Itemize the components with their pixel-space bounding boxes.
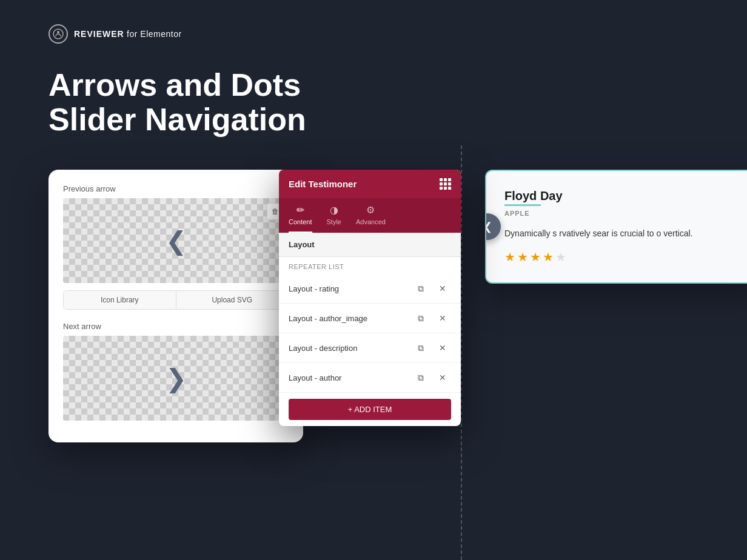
layout-rating-label: Layout - rating — [289, 284, 407, 293]
grid-icon[interactable] — [440, 178, 451, 190]
content-area: Previous arrow ❮ 🗑 Icon Library Upload S… — [49, 170, 747, 560]
next-checker-box: ❯ — [63, 336, 289, 421]
layout-section-header: Layout — [279, 233, 461, 257]
layout-author-label: Layout - author — [289, 373, 407, 382]
edit-panel: Edit Testimoner ✏ Content ◑ Style ⚙ Adva… — [279, 170, 461, 426]
layout-author-delete-button[interactable]: ✕ — [434, 369, 451, 386]
preview-card: ❮ Floyd Day APPLE Dynamically s rvativel… — [485, 170, 747, 284]
logo-icon — [49, 24, 68, 44]
layout-description-delete-button[interactable]: ✕ — [434, 339, 451, 356]
layout-author-image-copy-button[interactable]: ⧉ — [412, 310, 429, 327]
content-tab-icon: ✏ — [296, 204, 304, 216]
edit-body: Layout Repeater List Layout - rating ⧉ ✕… — [279, 233, 461, 420]
content-tab-label: Content — [289, 218, 312, 225]
logo-text: REVIEWER for Elementor — [74, 29, 182, 39]
layout-description-label: Layout - description — [289, 344, 407, 353]
next-arrow-label: Next arrow — [63, 322, 289, 331]
advanced-tab-label: Advanced — [356, 218, 386, 225]
preview-company: APPLE — [504, 210, 745, 217]
prev-checker-box: ❮ 🗑 — [63, 198, 289, 283]
layout-author-copy-button[interactable]: ⧉ — [412, 369, 429, 386]
edit-panel-title: Edit Testimoner — [289, 179, 357, 189]
layout-rating-copy-button[interactable]: ⧉ — [412, 280, 429, 297]
logo-area: REVIEWER for Elementor — [49, 24, 698, 44]
layout-item-description: Layout - description ⧉ ✕ — [279, 333, 461, 363]
tab-style[interactable]: ◑ Style — [327, 198, 341, 233]
star-4: ★ — [543, 250, 554, 264]
svg-point-1 — [57, 31, 59, 33]
style-tab-icon: ◑ — [330, 204, 338, 216]
layout-item-author: Layout - author ⧉ ✕ — [279, 363, 461, 393]
upload-svg-button-prev[interactable]: Upload SVG — [176, 291, 289, 309]
layout-description-copy-button[interactable]: ⧉ — [412, 339, 429, 356]
dashed-divider — [461, 145, 462, 560]
nav-arrow-left-button[interactable]: ❮ — [485, 213, 501, 240]
prev-arrow-symbol: ❮ — [166, 226, 187, 256]
star-5: ★ — [555, 250, 566, 264]
layout-rating-delete-button[interactable]: ✕ — [434, 280, 451, 297]
layout-item-rating: Layout - rating ⧉ ✕ — [279, 274, 461, 304]
style-tab-label: Style — [327, 218, 341, 225]
layout-author-image-delete-button[interactable]: ✕ — [434, 310, 451, 327]
tab-advanced[interactable]: ⚙ Advanced — [356, 198, 386, 233]
edit-tabs: ✏ Content ◑ Style ⚙ Advanced — [279, 198, 461, 233]
star-3: ★ — [530, 250, 541, 264]
tab-content[interactable]: ✏ Content — [289, 198, 312, 233]
page-title: Arrows and Dots Slider Navigation — [49, 68, 698, 137]
layout-item-author-image: Layout - author_image ⧉ ✕ — [279, 304, 461, 333]
header: REVIEWER for Elementor Arrows and Dots S… — [0, 0, 747, 149]
edit-panel-header: Edit Testimoner — [279, 170, 461, 198]
preview-underline — [504, 204, 541, 206]
add-item-button[interactable]: + ADD ITEM — [289, 399, 451, 420]
icon-library-button-prev[interactable]: Icon Library — [64, 291, 176, 309]
icon-buttons-prev: Icon Library Upload SVG — [63, 290, 289, 310]
preview-text: Dynamically s rvatively sear is crucial … — [504, 227, 745, 240]
next-arrow-symbol: ❯ — [166, 364, 187, 393]
repeater-label: Repeater List — [279, 257, 461, 274]
preview-stars: ★ ★ ★ ★ ★ — [504, 250, 745, 264]
advanced-tab-icon: ⚙ — [366, 204, 375, 216]
preview-name: Floyd Day — [504, 189, 745, 203]
star-1: ★ — [504, 250, 515, 264]
prev-arrow-label: Previous arrow — [63, 184, 289, 193]
arrow-card: Previous arrow ❮ 🗑 Icon Library Upload S… — [49, 170, 303, 442]
layout-author-image-label: Layout - author_image — [289, 314, 407, 323]
star-2: ★ — [517, 250, 528, 264]
